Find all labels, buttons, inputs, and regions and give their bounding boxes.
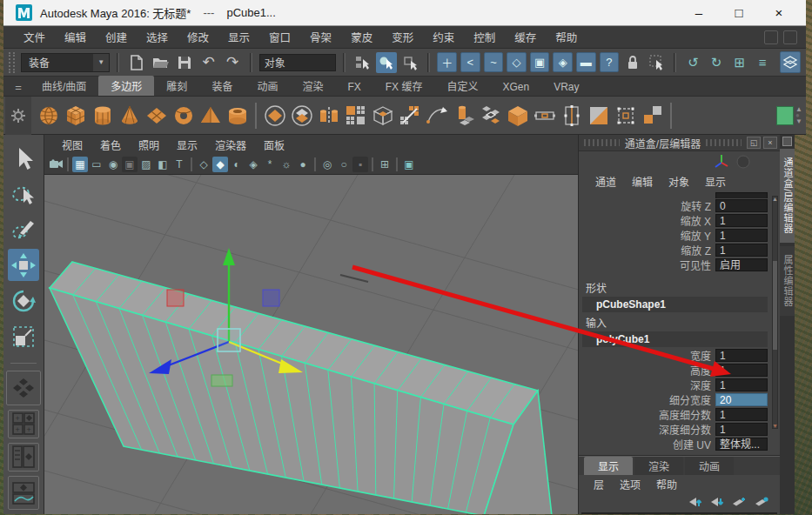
poly-cube-tool-icon[interactable] — [504, 101, 531, 130]
channel-value-field[interactable]: 1 — [715, 244, 768, 257]
construction-history-icon[interactable]: ⊞ — [729, 52, 749, 72]
manipulator-plane-z[interactable] — [263, 290, 279, 306]
snap-to-plane-icon[interactable]: ◇ — [507, 52, 527, 72]
resolution-gate-icon[interactable]: ◉ — [105, 157, 121, 172]
close-button[interactable]: × — [759, 0, 799, 26]
workspace-layout-icon[interactable] — [783, 30, 797, 44]
target-weld-icon[interactable] — [639, 101, 666, 130]
viewport-menu-panels[interactable]: 面板 — [255, 137, 293, 152]
layer-tab-anim[interactable]: 动画 — [685, 457, 734, 475]
safe-action-icon[interactable]: ◧ — [155, 157, 171, 172]
poly-sphere-icon[interactable] — [35, 101, 62, 130]
create-polygon-icon[interactable] — [423, 101, 450, 130]
channel-label[interactable]: 深度 — [582, 378, 711, 392]
poly-pyramid-icon[interactable] — [197, 101, 224, 130]
channel-value-field[interactable]: 整体规... — [715, 438, 768, 451]
viewport-menu-shading[interactable]: 着色 — [91, 137, 130, 152]
smooth-icon[interactable] — [342, 101, 369, 130]
color-swatch[interactable] — [776, 106, 794, 125]
menu-create[interactable]: 创建 — [96, 26, 137, 48]
menuset-dropdown[interactable]: 装备 ▼ — [21, 53, 110, 72]
select-hierarchy-icon[interactable] — [352, 52, 373, 73]
shelf-tab-rigging[interactable]: 装备 — [199, 76, 245, 96]
shelf-tab-fx-caching[interactable]: FX 缓存 — [373, 76, 435, 96]
manipulator-plane-x[interactable] — [167, 290, 184, 306]
cb-menu-channels[interactable]: 通道 — [587, 174, 624, 189]
panel-grip[interactable] — [706, 139, 742, 146]
viewport-menu-renderer[interactable]: 渲染器 — [206, 137, 255, 152]
menu-constrain[interactable]: 约束 — [423, 26, 464, 48]
le-menu-options[interactable]: 选项 — [612, 477, 648, 492]
shelf-scroll-arrows[interactable]: ▲●▼ — [795, 106, 802, 124]
channel-box-scrollbar[interactable]: ▲ ▼ — [772, 196, 778, 429]
select-component-icon[interactable] — [400, 52, 421, 73]
viewport-menu-lighting[interactable]: 照明 — [130, 137, 168, 152]
save-scene-button[interactable] — [174, 52, 195, 73]
layout-four-pane-button[interactable]: +++ — [8, 410, 39, 438]
separator[interactable] — [117, 53, 119, 72]
isolate-select-icon[interactable]: ⊞ — [377, 157, 393, 172]
tear-off-panel-icon[interactable]: ▣ — [401, 157, 417, 172]
redo-button[interactable]: ↷ — [222, 52, 243, 73]
snap-to-grid-icon[interactable]: ＋ — [437, 52, 457, 72]
poly-cone-icon[interactable] — [116, 101, 143, 130]
maximize-button[interactable]: □ — [719, 0, 759, 26]
le-menu-layers[interactable]: 层 — [586, 477, 612, 492]
default-lighting-icon[interactable]: ☼ — [278, 157, 294, 172]
workspace-search-icon[interactable] — [764, 30, 778, 44]
shelf-tab-sculpting[interactable]: 雕刻 — [154, 76, 199, 96]
channel-value-field[interactable]: 0 — [715, 199, 768, 212]
paint-select-tool[interactable] — [8, 213, 39, 245]
manipulator-plane-y[interactable] — [211, 375, 232, 386]
wireframe-icon[interactable]: ◇ — [196, 157, 211, 172]
rotate-tool[interactable] — [8, 284, 39, 317]
live-surface-icon[interactable]: ▣ — [530, 52, 550, 72]
highlight-selection-icon[interactable] — [647, 52, 668, 73]
menu-help[interactable]: 帮助 — [546, 26, 587, 48]
speed-slider-icon[interactable] — [736, 155, 750, 169]
snap-to-curve-icon[interactable]: < — [460, 52, 480, 72]
snap-to-point-icon[interactable]: ~ — [484, 52, 504, 72]
input-connections-icon[interactable]: ↺ — [683, 52, 703, 72]
channel-label[interactable]: 旋转 Z — [582, 198, 711, 213]
channel-value-field[interactable]: 1 — [715, 364, 768, 377]
shadows-icon[interactable]: ● — [295, 157, 311, 172]
cb-menu-object[interactable]: 对象 — [661, 174, 697, 189]
grid-icon[interactable]: ▦ — [72, 157, 88, 172]
channel-label[interactable]: 创建 UV — [582, 437, 711, 451]
wireframe-on-shaded-icon[interactable]: ◐ — [229, 157, 245, 172]
panel-maximize-icon[interactable]: ◱ — [747, 137, 761, 149]
extrude-icon[interactable] — [450, 101, 477, 130]
scroll-down-icon[interactable]: ▼ — [772, 423, 778, 429]
shelf-menu-icon[interactable]: = — [7, 81, 30, 96]
shelf-tab-rendering[interactable]: 渲染 — [290, 76, 335, 96]
output-connections-icon[interactable]: ↻ — [707, 52, 727, 72]
menu-modify[interactable]: 修改 — [178, 26, 218, 48]
gate-mask-icon[interactable]: ▣ — [122, 157, 138, 172]
scrollbar-thumb[interactable] — [773, 261, 777, 349]
shelf-tab-fx[interactable]: FX — [335, 78, 372, 96]
edge-loop-icon[interactable] — [531, 101, 558, 130]
separator[interactable] — [674, 53, 676, 72]
menu-edit[interactable]: 编辑 — [55, 26, 96, 48]
layer-list[interactable] — [581, 512, 777, 514]
manipulator-center-handle[interactable] — [218, 329, 240, 351]
separator[interactable] — [427, 53, 430, 72]
use-all-lights-icon[interactable]: * — [262, 157, 278, 172]
toolbar-grip[interactable] — [9, 52, 15, 73]
shaded-icon[interactable]: ◆ — [212, 157, 228, 172]
viewport-menu-show[interactable]: 显示 — [168, 137, 206, 152]
dropdown-arrow-icon[interactable]: ▼ — [93, 54, 109, 71]
poly-pipe-icon[interactable] — [224, 101, 251, 130]
le-menu-help[interactable]: 帮助 — [648, 477, 685, 492]
layout-single-pane-button[interactable] — [6, 371, 41, 405]
dock-tab-attribute-editor[interactable]: 属性编辑器 — [780, 246, 795, 316]
list-history-icon[interactable]: ≡ — [753, 52, 773, 72]
menu-display[interactable]: 显示 — [218, 26, 259, 48]
shelf-tab-curves[interactable]: 曲线/曲面 — [30, 76, 98, 96]
film-gate-icon[interactable]: ▭ — [89, 157, 104, 172]
new-empty-layer-icon[interactable] — [732, 497, 747, 508]
layer-tab-render[interactable]: 渲染 — [634, 457, 683, 475]
separate-icon[interactable] — [288, 101, 315, 130]
shelf-tab-polygons[interactable]: 多边形 — [98, 76, 154, 96]
